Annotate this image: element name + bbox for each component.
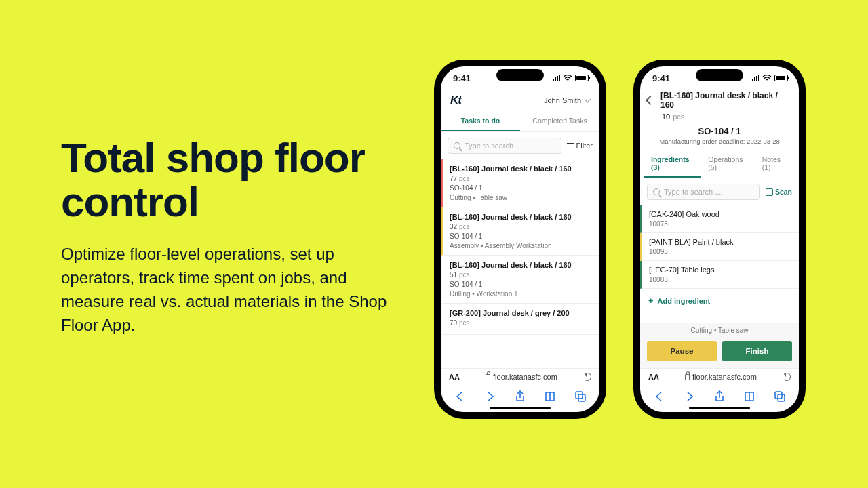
lock-icon (685, 374, 690, 380)
nav-forward-icon[interactable] (684, 390, 696, 403)
phone-notch (496, 69, 544, 81)
task-row[interactable]: [GR-200] Journal desk / grey / 200 70 pc… (441, 304, 599, 335)
phone-notch (696, 69, 743, 81)
share-icon[interactable] (713, 390, 726, 403)
reload-icon[interactable] (583, 373, 591, 381)
signal-icon (752, 75, 760, 81)
back-button[interactable] (646, 96, 655, 105)
tabs-icon[interactable] (774, 390, 786, 403)
ingredient-row[interactable]: [PAINT-BLA] Paint / black 10093 (640, 233, 799, 261)
search-input[interactable]: Type to search ... (647, 184, 760, 200)
filter-button[interactable]: Filter (567, 142, 593, 150)
status-time: 9:41 (652, 73, 670, 83)
app-logo: Kt (450, 94, 461, 107)
battery-icon (774, 75, 788, 81)
tab-ingredients[interactable]: Ingredients (3) (644, 150, 701, 178)
lock-icon (486, 374, 490, 380)
chevron-down-icon (585, 96, 591, 103)
wifi-icon (762, 75, 772, 81)
hero-body: Optimize floor-level operations, set up … (61, 243, 393, 337)
nav-back-icon[interactable] (653, 390, 665, 403)
phone-mockup-detail: 9:41 [BL-160] Journal desk / black / 160… (633, 60, 806, 419)
battery-icon (575, 75, 589, 81)
bookmarks-icon[interactable] (544, 390, 556, 403)
home-indicator (490, 407, 551, 409)
scan-button[interactable]: Scan (766, 188, 792, 196)
tabs-icon[interactable] (574, 390, 587, 403)
tab-notes[interactable]: Notes (1) (755, 150, 795, 178)
current-operation: Cutting • Table saw (640, 323, 799, 337)
text-size-button[interactable]: AA (648, 373, 659, 381)
reload-icon[interactable] (783, 373, 791, 381)
url-text: floor.katanasfc.com (493, 373, 557, 381)
add-ingredient-button[interactable]: + Add ingredient (640, 289, 799, 312)
detail-deadline: Manufacturing order deadline: 2022-03-28 (640, 138, 799, 150)
wifi-icon (563, 75, 572, 81)
detail-qty: 10pcs (640, 111, 799, 125)
scan-icon (766, 188, 773, 196)
ingredient-row[interactable]: [OAK-240] Oak wood 10075 (640, 205, 799, 233)
action-buttons: Pause Finish (640, 337, 799, 368)
task-list: [BL-160] Journal desk / black / 160 77 p… (441, 159, 599, 368)
search-icon (454, 142, 460, 149)
signal-icon (553, 75, 560, 81)
home-indicator (689, 407, 750, 409)
nav-back-icon[interactable] (454, 390, 466, 403)
status-time: 9:41 (453, 73, 471, 83)
user-name: John Smith (544, 96, 581, 104)
phone-mockup-tasks: 9:41 Kt John Smith Tasks to do Completed… (434, 60, 606, 419)
finish-button[interactable]: Finish (722, 341, 792, 361)
detail-so: SO-104 / 1 (640, 125, 799, 138)
nav-forward-icon[interactable] (484, 390, 496, 403)
share-icon[interactable] (514, 390, 526, 403)
tabs-bar: Tasks to do Completed Tasks (441, 111, 599, 132)
task-row[interactable]: [BL-160] Journal desk / black / 160 32 p… (441, 207, 599, 256)
ingredient-list: [OAK-240] Oak wood 10075 [PAINT-BLA] Pai… (640, 205, 799, 323)
tab-tasks-todo[interactable]: Tasks to do (441, 111, 520, 131)
tab-operations[interactable]: Operations (5) (701, 150, 755, 178)
search-icon (653, 188, 660, 195)
search-placeholder: Type to search ... (664, 188, 721, 196)
pause-button[interactable]: Pause (647, 341, 717, 361)
user-menu[interactable]: John Smith (544, 96, 590, 104)
browser-toolbar (640, 385, 799, 405)
hero-title: Total shop floor control (61, 136, 393, 224)
task-row[interactable]: [BL-160] Journal desk / black / 160 51 p… (441, 256, 599, 304)
search-placeholder: Type to search ... (465, 142, 521, 150)
browser-toolbar (441, 385, 599, 405)
task-row[interactable]: [BL-160] Journal desk / black / 160 77 p… (441, 159, 599, 207)
plus-icon: + (648, 296, 654, 306)
detail-tabs: Ingredients (3) Operations (5) Notes (1) (640, 150, 799, 178)
ingredient-row[interactable]: [LEG-70] Table legs 10083 (640, 261, 799, 289)
hero-section: Total shop floor control Optimize floor-… (61, 136, 393, 337)
url-text: floor.katanasfc.com (692, 373, 757, 381)
bookmarks-icon[interactable] (743, 390, 755, 403)
detail-title: [BL-160] Journal desk / black / 160 (660, 91, 789, 110)
tab-tasks-completed[interactable]: Completed Tasks (520, 111, 599, 131)
search-input[interactable]: Type to search ... (448, 138, 561, 154)
browser-url-bar[interactable]: AA floor.katanasfc.com (640, 368, 799, 385)
filter-icon (567, 143, 574, 148)
browser-url-bar[interactable]: AA floor.katanasfc.com (441, 368, 599, 385)
text-size-button[interactable]: AA (449, 373, 460, 381)
